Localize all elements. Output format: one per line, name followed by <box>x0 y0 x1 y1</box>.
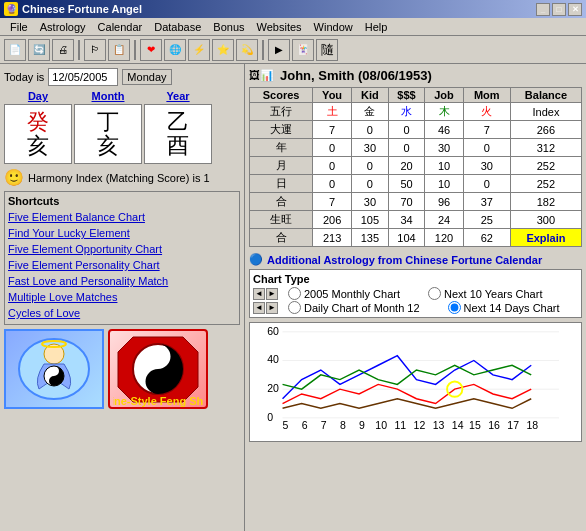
menu-websites[interactable]: Websites <box>251 20 308 34</box>
svg-text:18: 18 <box>526 419 538 431</box>
row-wuxing-label: 五行 <box>250 103 313 121</box>
header-year[interactable]: Year <box>144 90 212 102</box>
month-char-top: 丁 <box>97 111 119 133</box>
cell-dayun-kid: 0 <box>352 121 389 139</box>
shortcut-balance[interactable]: Five Element Balance Chart <box>8 209 236 225</box>
menu-bar: File Astrology Calendar Database Bonus W… <box>0 18 586 36</box>
cell-day-kid: 0 <box>352 175 389 193</box>
toolbar-flag[interactable]: 🏳 <box>84 39 106 61</box>
row-shengwang-label: 生旺 <box>250 211 313 229</box>
menu-bonus[interactable]: Bonus <box>207 20 250 34</box>
chart-type-title: Chart Type <box>253 273 578 285</box>
toolbar-sep3 <box>262 40 264 60</box>
toolbar-refresh[interactable]: 🔄 <box>28 39 50 61</box>
maximize-button[interactable]: □ <box>552 3 566 16</box>
radio-14days-input[interactable] <box>448 301 461 314</box>
cell-year-mom: 0 <box>463 139 510 157</box>
fengshui-image[interactable]: Cine-Style Feng Shui <box>108 329 208 409</box>
cell-dayun-mom: 7 <box>463 121 510 139</box>
radio-monthly: 2005 Monthly Chart <box>288 287 400 300</box>
cell-wuxing-kid: 金 <box>352 103 389 121</box>
menu-file[interactable]: File <box>4 20 34 34</box>
toolbar-paste[interactable]: 📋 <box>108 39 130 61</box>
chart-option-row-2: ◄ ► Daily Chart of Month 12 Next 14 Days… <box>253 301 578 314</box>
year-char-bottom: 酉 <box>167 135 189 157</box>
cell-wuxing-mom: 火 <box>463 103 510 121</box>
toolbar-new[interactable]: 📄 <box>4 39 26 61</box>
radio-14days-label: Next 14 Days Chart <box>464 302 560 314</box>
table-row: 合 213 135 104 120 62 Explain <box>250 229 582 247</box>
svg-point-5 <box>52 379 56 383</box>
cell-he2-mom: 62 <box>463 229 510 247</box>
shortcut-multiple[interactable]: Multiple Love Matches <box>8 289 236 305</box>
menu-database[interactable]: Database <box>148 20 207 34</box>
cell-year-money: 0 <box>388 139 425 157</box>
menu-calendar[interactable]: Calendar <box>92 20 149 34</box>
cell-he2-you: 213 <box>313 229 352 247</box>
person-icons: 🖼📊 <box>249 69 274 82</box>
nav-left-2[interactable]: ◄ <box>253 302 265 314</box>
toolbar-star[interactable]: ⭐ <box>212 39 234 61</box>
col-balance: Balance <box>510 88 581 103</box>
cell-month-you: 0 <box>313 157 352 175</box>
shortcut-love[interactable]: Fast Love and Personality Match <box>8 273 236 289</box>
date-input[interactable] <box>48 68 118 86</box>
cell-he1-you: 7 <box>313 193 352 211</box>
table-row: 大運 7 0 0 46 7 266 <box>250 121 582 139</box>
cell-he1-balance: 182 <box>510 193 581 211</box>
row-day-label: 日 <box>250 175 313 193</box>
toolbar-cards[interactable]: 🃏 <box>292 39 314 61</box>
cell-year-kid: 30 <box>352 139 389 157</box>
cell-sw-money: 34 <box>388 211 425 229</box>
radio-daily-input[interactable] <box>288 301 301 314</box>
svg-text:14: 14 <box>452 419 464 431</box>
shortcut-cycles[interactable]: Cycles of Love <box>8 305 236 321</box>
shortcut-opportunity[interactable]: Five Element Opportunity Chart <box>8 241 236 257</box>
row-dayun-label: 大運 <box>250 121 313 139</box>
cell-he2-kid: 135 <box>352 229 389 247</box>
cell-wuxing-job: 木 <box>425 103 463 121</box>
toolbar-play[interactable]: ▶ <box>268 39 290 61</box>
cell-sw-balance: 300 <box>510 211 581 229</box>
radio-monthly-input[interactable] <box>288 287 301 300</box>
toolbar-random[interactable]: 隨 <box>316 39 338 61</box>
header-month[interactable]: Month <box>74 90 142 102</box>
harmony-text: Harmony Index (Matching Score) is 1 <box>28 172 210 184</box>
toolbar-heart[interactable]: ❤ <box>140 39 162 61</box>
row-year-label: 年 <box>250 139 313 157</box>
toolbar-print[interactable]: 🖨 <box>52 39 74 61</box>
menu-help[interactable]: Help <box>359 20 394 34</box>
menu-astrology[interactable]: Astrology <box>34 20 92 34</box>
nav-left-1[interactable]: ◄ <box>253 288 265 300</box>
day-button[interactable]: Monday <box>122 69 171 85</box>
nav-right-1[interactable]: ► <box>266 288 278 300</box>
svg-text:5: 5 <box>283 419 289 431</box>
chart-nav-1: ◄ ► <box>253 288 278 300</box>
svg-point-9 <box>153 376 163 386</box>
cell-sw-kid: 105 <box>352 211 389 229</box>
today-row: Today is Monday <box>4 68 240 86</box>
nav-right-2[interactable]: ► <box>266 302 278 314</box>
svg-text:7: 7 <box>321 419 327 431</box>
angel-image[interactable] <box>4 329 104 409</box>
title-bar: 🔮 Chinese Fortune Angel _ □ ✕ <box>0 0 586 18</box>
table-row: 合 7 30 70 96 37 182 <box>250 193 582 211</box>
header-day[interactable]: Day <box>4 90 72 102</box>
svg-text:12: 12 <box>414 419 426 431</box>
close-button[interactable]: ✕ <box>568 3 582 16</box>
shortcut-personality[interactable]: Five Element Personality Chart <box>8 257 236 273</box>
cell-month-mom: 30 <box>463 157 510 175</box>
toolbar-sparkle[interactable]: 💫 <box>236 39 258 61</box>
svg-point-4 <box>52 369 56 373</box>
month-box: 丁 亥 <box>74 104 142 164</box>
cell-explain-button[interactable]: Explain <box>510 229 581 247</box>
toolbar-bolt[interactable]: ⚡ <box>188 39 210 61</box>
radio-10years-input[interactable] <box>428 287 441 300</box>
cell-day-you: 0 <box>313 175 352 193</box>
shortcut-lucky[interactable]: Find Your Lucky Element <box>8 225 236 241</box>
toolbar-globe[interactable]: 🌐 <box>164 39 186 61</box>
menu-window[interactable]: Window <box>308 20 359 34</box>
day-char-top: 癸 <box>27 111 49 133</box>
cell-wuxing-balance: Index <box>510 103 581 121</box>
minimize-button[interactable]: _ <box>536 3 550 16</box>
